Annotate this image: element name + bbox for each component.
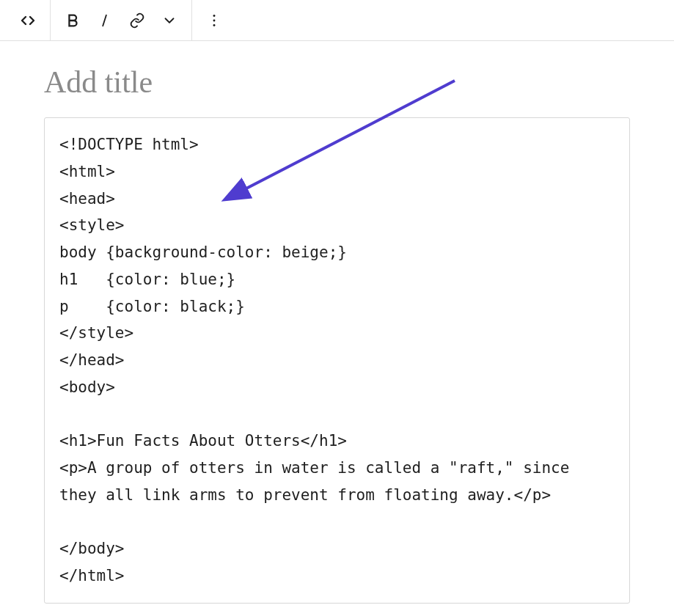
editor-area: <!DOCTYPE html> <html> <head> <style> bo… bbox=[0, 41, 674, 616]
link-icon bbox=[129, 12, 145, 29]
toolbar-group-format bbox=[51, 0, 192, 40]
svg-line-0 bbox=[103, 15, 106, 26]
bold-icon bbox=[65, 12, 81, 29]
italic-icon bbox=[97, 12, 113, 29]
more-formatting-button[interactable] bbox=[153, 4, 186, 37]
toolbar-group-block bbox=[6, 0, 51, 40]
link-button[interactable] bbox=[121, 4, 153, 37]
code-toggle-button[interactable] bbox=[12, 4, 44, 37]
code-icon bbox=[19, 12, 37, 29]
svg-point-2 bbox=[213, 19, 216, 21]
svg-point-1 bbox=[213, 15, 216, 17]
bold-button[interactable] bbox=[56, 4, 89, 37]
block-toolbar bbox=[0, 0, 674, 41]
italic-button[interactable] bbox=[89, 4, 121, 37]
html-code-block[interactable]: <!DOCTYPE html> <html> <head> <style> bo… bbox=[44, 117, 630, 604]
toolbar-group-options bbox=[192, 0, 236, 40]
title-input[interactable] bbox=[44, 62, 630, 117]
chevron-down-icon bbox=[161, 12, 177, 29]
svg-point-3 bbox=[213, 23, 216, 26]
options-button[interactable] bbox=[198, 4, 230, 37]
more-vertical-icon bbox=[206, 12, 222, 29]
